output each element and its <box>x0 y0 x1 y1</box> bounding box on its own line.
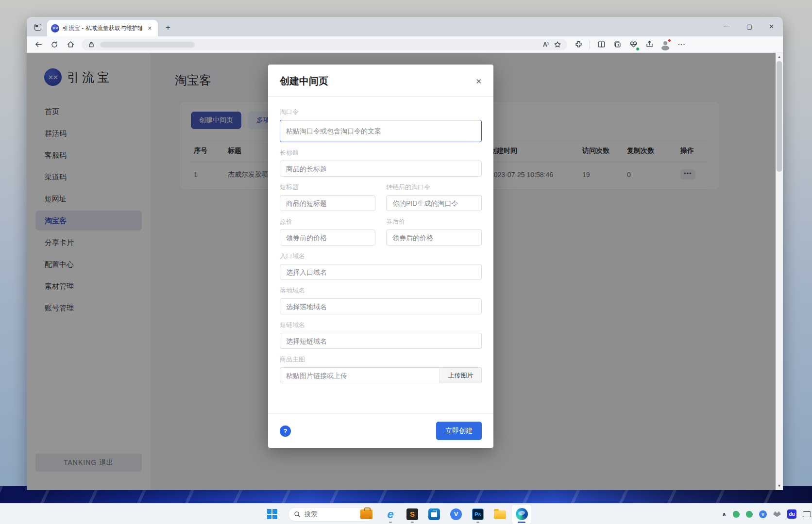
main-image-input[interactable] <box>280 367 440 383</box>
maximize-button[interactable]: ▢ <box>746 23 752 30</box>
back-icon[interactable] <box>34 40 43 49</box>
coupon-price-input[interactable] <box>386 229 482 246</box>
entry-domain-select[interactable] <box>280 264 482 280</box>
new-tab-button[interactable]: + <box>163 23 173 33</box>
tab-actions-menu-icon[interactable] <box>32 21 44 33</box>
field-label-main-image: 商品主图 <box>280 355 482 364</box>
field-label-coupon-price: 券后价 <box>386 217 482 226</box>
start-button[interactable] <box>262 505 282 524</box>
browser-essentials-icon[interactable] <box>628 40 638 49</box>
tray-icon-v[interactable]: V <box>759 510 767 518</box>
short-title-input[interactable] <box>280 195 375 211</box>
create-now-button[interactable]: 立即创建 <box>436 422 482 440</box>
converted-taokouling-input[interactable] <box>386 195 482 211</box>
tray-icon-gray-wing[interactable] <box>773 511 781 517</box>
original-price-input[interactable] <box>280 229 375 246</box>
more-menu-icon[interactable]: ⋯ <box>677 40 686 49</box>
profile-notification-dot <box>668 39 671 42</box>
tab-strip: ✕✕ 引流宝 - 私域流量获取与维护辅 ✕ + — ▢ ✕ <box>27 17 783 36</box>
taskbar-app-ie[interactable]: e <box>381 505 400 524</box>
search-highlight-icon[interactable] <box>360 509 372 519</box>
scroll-down-icon[interactable]: ▼ <box>778 482 781 490</box>
home-icon[interactable] <box>66 40 75 49</box>
taskbar-search-input[interactable] <box>304 510 356 518</box>
field-label-landing-domain: 落地域名 <box>280 286 482 295</box>
help-button[interactable]: ? <box>280 426 291 437</box>
browser-window: ✕✕ 引流宝 - 私域流量获取与维护辅 ✕ + — ▢ ✕ <box>27 17 783 490</box>
address-bar[interactable]: A⁾ <box>82 39 567 50</box>
taskbar: e S V Ps ∧ V du <box>0 503 812 524</box>
split-screen-icon[interactable] <box>596 40 606 49</box>
modal-form: 淘口令 长标题 短标题 转链后的淘口令 <box>268 97 493 413</box>
create-middle-page-modal: 创建中间页 ✕ 淘口令 长标题 短标题 转链后的淘口令 <box>268 65 493 448</box>
window-controls: — ▢ ✕ <box>724 17 778 35</box>
taskbar-app-sublime[interactable]: S <box>403 505 422 524</box>
scrollbar-thumb[interactable] <box>777 61 782 172</box>
shortlink-domain-select[interactable] <box>280 333 482 349</box>
field-label-original-price: 原价 <box>280 217 375 226</box>
browser-toolbar: A⁾ ⋯ <box>27 36 783 53</box>
read-aloud-icon[interactable]: A⁾ <box>543 41 549 48</box>
tray-chevron-icon[interactable]: ∧ <box>722 511 727 518</box>
tray-icon-green-2[interactable] <box>746 511 753 518</box>
field-label-long-title: 长标题 <box>280 148 482 157</box>
redacted-url <box>100 42 195 48</box>
taskbar-app-store[interactable] <box>424 505 444 524</box>
tab-close-icon[interactable]: ✕ <box>146 24 154 33</box>
site-favicon-icon: ✕✕ <box>51 24 59 33</box>
refresh-icon[interactable] <box>50 40 59 49</box>
scroll-up-icon[interactable]: ▲ <box>778 53 781 61</box>
landing-domain-select[interactable] <box>280 298 482 314</box>
toolbar-divider <box>590 41 590 49</box>
taskbar-search[interactable] <box>288 507 374 522</box>
browser-tab[interactable]: ✕✕ 引流宝 - 私域流量获取与维护辅 ✕ <box>47 20 158 36</box>
tab-title: 引流宝 - 私域流量获取与维护辅 <box>63 24 142 33</box>
taskbar-app-v2ray[interactable]: V <box>446 505 466 524</box>
modal-close-icon[interactable]: ✕ <box>475 77 482 86</box>
tray-icon-baidu[interactable]: du <box>787 509 796 519</box>
taokouling-input[interactable] <box>280 120 482 142</box>
field-label-entry-domain: 入口域名 <box>280 252 482 261</box>
taskbar-app-explorer[interactable] <box>490 505 509 524</box>
share-icon[interactable] <box>644 40 654 49</box>
tray-icon-display[interactable] <box>803 511 811 517</box>
lock-icon <box>86 40 96 49</box>
profile-avatar[interactable] <box>660 40 670 49</box>
extensions-icon[interactable] <box>574 40 583 49</box>
modal-title: 创建中间页 <box>280 75 328 88</box>
field-label-taokouling: 淘口令 <box>280 108 482 116</box>
essentials-status-dot <box>636 47 640 51</box>
long-title-input[interactable] <box>280 161 482 177</box>
collections-icon[interactable] <box>612 40 622 49</box>
page-scrollbar[interactable]: ▲ ▼ <box>776 53 783 490</box>
field-label-short-title: 短标题 <box>280 183 375 192</box>
upload-image-button[interactable]: 上传图片 <box>440 367 482 383</box>
search-icon <box>294 511 301 518</box>
close-window-button[interactable]: ✕ <box>769 23 774 30</box>
desktop: ✕✕ 引流宝 - 私域流量获取与维护辅 ✕ + — ▢ ✕ <box>0 0 812 524</box>
field-label-shortlink-domain: 短链域名 <box>280 321 482 329</box>
field-label-converted-taokouling: 转链后的淘口令 <box>386 183 482 192</box>
system-tray: ∧ V du <box>722 504 811 524</box>
tray-icon-green-1[interactable] <box>733 511 740 518</box>
favorites-star-icon[interactable] <box>553 40 562 49</box>
taskbar-app-edge[interactable] <box>512 505 531 524</box>
minimize-button[interactable]: — <box>724 23 730 30</box>
taskbar-app-photoshop[interactable]: Ps <box>468 505 488 524</box>
page-content: ✕✕ 引流宝 首页 群活码 客服码 渠道码 短网址 淘宝客 分享卡片 配置中心 … <box>27 53 783 490</box>
